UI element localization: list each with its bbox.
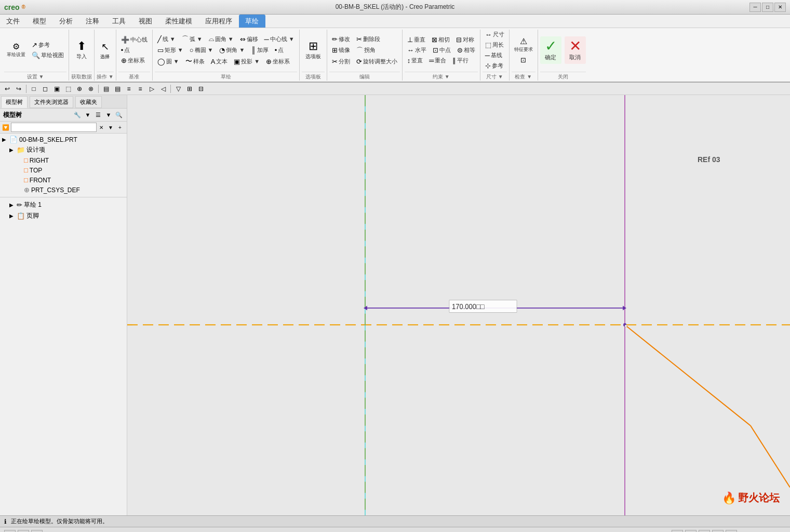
ok-button[interactable]: ✓ 确定 [540,36,561,64]
tree-item-front[interactable]: □ FRONT [15,175,127,185]
qa-btn7[interactable]: ⊕ [74,84,85,94]
select-button[interactable]: ↖ [97,41,113,53]
dim-reference-button[interactable]: ⊹参考 [483,61,507,71]
symmetric-button[interactable]: ⊟对称 [453,35,477,45]
menu-sketch[interactable]: 草绘 [239,15,265,28]
tab-folder-browser[interactable]: 文件夹浏览器 [30,96,73,108]
filter-dropdown[interactable]: ▼ [106,123,115,132]
sketch-point-button[interactable]: •点 [272,45,287,55]
spline-button[interactable]: 〜样条 [183,56,207,67]
project-button[interactable]: ▣投影 ▼ [231,56,262,67]
midpoint-button[interactable]: ⊡中点 [430,45,453,55]
qa-redo[interactable]: ↪ [14,84,24,94]
import-button[interactable]: ⬆ 导入 [73,36,90,65]
mirror-button[interactable]: ⊞镜像 [329,45,353,56]
point-button[interactable]: •点 [118,45,150,55]
qa-undo[interactable]: ↩ [2,84,12,94]
bottom-zoom4[interactable]: ↔ [712,530,724,533]
filter-add[interactable]: + [115,123,125,132]
text-button[interactable]: A文本 [208,56,231,67]
menu-flexible[interactable]: 柔性建模 [159,15,199,28]
coincident-button[interactable]: ═重合 [426,56,449,65]
bottom-btn1[interactable]: ⊞ [4,530,16,533]
sketch-view-button[interactable]: 🔍草绘视图 [29,50,66,60]
ellipse-button[interactable]: ○椭圆 ▼ [187,45,216,55]
menu-tools[interactable]: 工具 [106,15,132,28]
feature-req-button[interactable]: ⚠ 特征要求 [512,36,535,55]
qa-btn10[interactable]: ▤ [112,84,123,94]
menu-apps[interactable]: 应用程序 [199,15,239,28]
canvas-area[interactable]: 170.000□□ REf 03 🔥 野火论坛 [127,95,790,515]
sketch-setup-button[interactable]: ⚙ 草绘设置 [4,41,28,60]
coord-sys-button[interactable]: ⊕坐标系 [118,56,150,65]
menu-view[interactable]: 视图 [132,15,159,28]
qa-btn11[interactable]: ≡ [124,84,134,94]
reference-button[interactable]: ↗参考 [29,40,66,50]
filter-clear[interactable]: ✕ [97,123,106,132]
corner-button[interactable]: ⌒拐角 [354,45,378,56]
tangent-button[interactable]: ⊠相切 [429,35,452,45]
qa-btn12[interactable]: ≡ [135,84,145,94]
menu-model[interactable]: 模型 [26,15,53,28]
tree-item-prt-csys[interactable]: ⊕ PRT_CSYS_DEF [15,185,127,195]
tab-model-tree[interactable]: 模型树 [1,96,28,108]
dimension-button[interactable]: ↔尺寸 [483,30,507,39]
qa-btn14[interactable]: ◁ [158,84,168,94]
tree-item-design[interactable]: ▶ 📁 设计项 [7,144,127,155]
bottom-btn2[interactable]: ○ [18,530,29,533]
tree-item-top[interactable]: □ TOP [15,165,127,175]
delete-seg-button[interactable]: ✂删除段 [354,34,383,44]
rotate-resize-button[interactable]: ⟳旋转调整大小 [354,57,400,66]
horizontal-button[interactable]: ↔水平 [405,45,429,55]
qa-btn4[interactable]: ◻ [40,84,50,94]
minimize-button[interactable]: ─ [749,3,761,12]
qa-btn8[interactable]: ⊗ [86,84,96,94]
arc-button[interactable]: ⌒弧 ▼ [179,33,205,45]
menu-annotation[interactable]: 注释 [79,15,106,28]
bottom-btn3[interactable]: □ [31,530,43,533]
tree-tool-extra[interactable]: ▼ [104,110,113,119]
tree-item-file[interactable]: ▶ 📄 00-BM-B_SKEL.PRT [0,135,127,144]
tree-tool-display[interactable]: ☰ [93,110,103,119]
menu-file[interactable]: 文件 [0,15,26,28]
modify-button[interactable]: ✏修改 [329,34,353,44]
fillet-button[interactable]: ⌓圆角 ▼ [206,33,236,45]
offset-button[interactable]: ⇔偏移 [237,33,261,45]
inspect-extra-button[interactable]: ⊡ [518,55,529,65]
maximize-button[interactable]: □ [762,3,773,12]
bottom-zoom2[interactable]: ⊞ [685,530,697,533]
parallel-button[interactable]: ∥平行 [450,56,471,65]
thicken-button[interactable]: ║加厚 [248,45,271,55]
baseline-button[interactable]: ─基线 [483,50,507,60]
qa-btn5[interactable]: ▣ [51,84,62,94]
sketch-centerline-button[interactable]: ─中心线 ▼ [262,33,297,45]
qa-filters[interactable]: ▽ [173,84,183,94]
split-button[interactable]: ✂分割 [329,57,353,66]
tree-tool-settings[interactable]: 🔧 [73,110,82,119]
qa-extra[interactable]: ⊟ [196,84,206,94]
tree-tool-layers[interactable]: ▼ [83,110,92,119]
qa-btn9[interactable]: ▤ [101,84,111,94]
tree-tool-search[interactable]: 🔍 [114,110,124,119]
chamfer-button[interactable]: ◔倒角 ▼ [217,45,247,55]
qa-settings[interactable]: ⊞ [184,84,195,94]
qa-btn6[interactable]: ⬚ [63,84,73,94]
close-button[interactable]: ✕ [774,3,786,12]
perpendicular-button[interactable]: ⊥垂直 [405,35,428,45]
palette-button[interactable]: ⊞ 选项板 [302,36,325,65]
bottom-zoom1[interactable]: ⊟ [672,530,683,533]
tab-favorites[interactable]: 收藏夹 [75,96,102,108]
cancel-button[interactable]: ✕ 取消 [565,36,586,64]
rectangle-button[interactable]: ▭矩形 ▼ [155,45,186,55]
vertical-button[interactable]: ↕竖直 [405,56,426,65]
equal-button[interactable]: ⊜相等 [454,45,478,55]
sketch-coordsys-button[interactable]: ⊕坐标系 [263,56,292,67]
menu-analysis[interactable]: 分析 [53,15,79,28]
tree-item-sketch1[interactable]: ▶ ✏ 草绘 1 [7,200,127,210]
line-button[interactable]: ╱线 ▼ [155,33,178,45]
circle-button[interactable]: ◯圆 ▼ [155,56,182,67]
qa-btn13[interactable]: ▷ [146,84,157,94]
filter-input[interactable] [11,123,97,132]
perimeter-button[interactable]: ⬚周长 [483,40,507,50]
qa-btn3[interactable]: □ [29,84,39,94]
